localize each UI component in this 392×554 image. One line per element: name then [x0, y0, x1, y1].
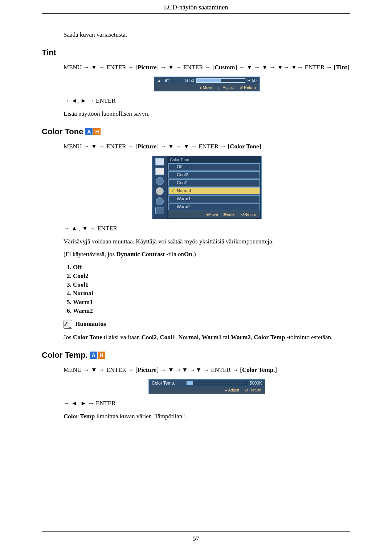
ctemp-path-mid: → ▼ →▼ →▼ → ENTER → — [159, 366, 240, 373]
sidebar-row-icon — [155, 208, 164, 214]
badge-a-icon: A — [85, 128, 93, 135]
tint-desc: Lisää näyttöön luonnollisen sävyn. — [64, 110, 350, 118]
ctemp-picture: Picture — [138, 366, 157, 373]
note-w1: Warm1 — [202, 334, 222, 341]
osd-temp-return: Return — [249, 388, 261, 392]
color-tone-list: Off Cool2 Cool1 Normal Warm1 Warm2 — [64, 263, 350, 315]
note-sep: , — [157, 334, 160, 341]
osd-tint-slider — [196, 78, 245, 83]
section-title-color-tone: Color Tone A H — [42, 127, 350, 136]
badge-h-icon: H — [93, 128, 101, 135]
note-post: -toiminto estetään. — [285, 334, 332, 341]
note-icon — [64, 320, 72, 329]
ctemp-after-enter: → ◄, ► → ENTER — [64, 399, 350, 408]
ctone-picture: Picture — [138, 143, 157, 150]
list-item: Warm1 — [73, 298, 350, 307]
osd-ctone-item: Warm2 — [168, 203, 260, 210]
osd-temp-label: Color Temp. — [152, 381, 175, 386]
sidebar-picture-icon — [155, 158, 164, 165]
sidebar-dot-icon — [156, 197, 164, 205]
ctemp-menu-path: MENU → ▼ → ENTER → [Picture] → ▼ →▼ →▼ →… — [64, 365, 350, 375]
osd-tint: Tint G 50 R 50 ♦Move ⊟Adjust ↺Return — [154, 77, 260, 91]
note-w2: Warm2 — [231, 334, 251, 341]
page-header: LCD-näytön säätäminen — [42, 4, 350, 13]
osd-ctone-enter: Enter — [226, 212, 236, 217]
list-item: Cool2 — [73, 272, 350, 280]
ctemp-desc: Color Temp ilmoittaa kuvan värien "lämpö… — [64, 412, 350, 421]
ctone-desc: Värisävyjä voidaan muuttaa. Käyttäjä voi… — [64, 237, 350, 246]
sidebar-dot-icon — [156, 177, 164, 185]
tint-up-icon — [157, 78, 161, 83]
ctemp-bracket: Color Temp. — [242, 366, 275, 373]
ctemp-desc-bold: Color Temp — [64, 413, 95, 420]
list-item: Warm2 — [73, 307, 350, 315]
ctemp-title-text: Color Temp. — [42, 350, 88, 360]
section-title-color-temp: Color Temp. A H — [42, 350, 350, 360]
tint-picture: Picture — [138, 64, 157, 71]
note-ct: Color Tone — [73, 334, 102, 341]
osd-ctone-item-label: Warm2 — [177, 204, 191, 209]
osd-temp-slider — [187, 381, 247, 385]
osd-color-temp: Color Temp. 5000K ♦Adjust ↺Return — [148, 379, 265, 394]
ctone-path-pre: MENU → ▼ → ENTER → — [64, 143, 135, 150]
ah-badge-icon: A H — [90, 352, 105, 359]
osd-tint-move: Move — [203, 85, 212, 90]
osd-ctone-item-active: ✓Normal — [168, 187, 260, 194]
ctone-path-mid: → ▼ → ▼ → ENTER → — [159, 143, 228, 150]
ctone-title-text: Color Tone — [42, 127, 83, 136]
tint-path-mid: → ▼ → ENTER → — [159, 64, 212, 71]
osd-ctone-item-label: Warm1 — [177, 196, 191, 201]
osd-ctone-item: Off — [168, 163, 260, 171]
tint-menu-path: MENU → ▼ → ENTER → [Picture] → ▼ → ENTER… — [64, 62, 350, 72]
note-sep: , — [175, 334, 179, 341]
intro-text: Säädä kuvan väriasetusta. — [64, 30, 350, 39]
note-label: Huomautus — [75, 320, 106, 327]
page-number: 57 — [0, 535, 392, 542]
note-or: tai — [222, 334, 231, 341]
osd-tint-footer: ♦Move ⊟Adjust ↺Return — [154, 84, 260, 91]
osd-temp-footer: ♦Adjust ↺Return — [149, 387, 265, 394]
ctone-dyn-post: .) — [192, 251, 196, 258]
ctone-tone: Color Tone — [230, 143, 259, 150]
tint-path-pre: MENU → ▼ → ENTER → — [64, 64, 135, 71]
osd-ctone-item-label: Cool1 — [177, 180, 188, 185]
sidebar-screen-icon — [155, 168, 164, 175]
note-body: Jos Color Tone tilaksi valitaan Cool2, C… — [64, 333, 350, 342]
osd-tint-label: Tint — [163, 78, 170, 83]
note-n: Normal — [179, 334, 199, 341]
osd-ctone-item-label: Normal — [177, 188, 191, 193]
osd-ctone-item-label: Off — [177, 164, 183, 169]
sidebar-dot-icon — [156, 187, 164, 195]
tint-after-enter: → ◄, ► → ENTER — [64, 97, 350, 105]
tint-tint: Tint — [336, 64, 347, 71]
osd-temp-value: 5000K — [249, 381, 262, 386]
section-title-tint: Tint — [42, 48, 350, 57]
tint-custom: Custom — [215, 64, 235, 71]
osd-tint-r: R 50 — [248, 78, 257, 83]
note-c2: Cool2 — [142, 334, 157, 341]
osd-tint-return: Return — [244, 85, 256, 90]
ctone-after-enter: → ▲ , ▼ → ENTER — [64, 224, 350, 233]
osd-ctone-item-label: Cool2 — [177, 172, 188, 177]
tint-title-text: Tint — [42, 48, 56, 57]
note-heading: Huomautus — [64, 320, 350, 329]
list-item: Cool1 — [73, 280, 350, 289]
ctemp-path-pre: MENU → ▼ → ENTER → — [64, 366, 135, 373]
osd-ctone-item: Cool2 — [168, 171, 260, 178]
note-temp: Color Temp — [254, 334, 285, 341]
list-item: Off — [73, 263, 350, 272]
note-sep: , — [199, 334, 202, 341]
ctone-menu-path: MENU → ▼ → ENTER → [Picture] → ▼ → ▼ → E… — [64, 141, 350, 151]
osd-ctone-move: Move — [208, 212, 218, 217]
osd-ctone-item: Cool1 — [168, 179, 260, 186]
badge-h-icon: H — [98, 352, 105, 359]
osd-tint-g: G 50 — [185, 78, 194, 83]
list-item: Normal — [73, 289, 350, 298]
note-mid1: tilaksi valitaan — [102, 334, 141, 341]
osd-tint-adjust: Adjust — [222, 85, 234, 90]
osd-ctone-title: Color Tone — [168, 157, 260, 163]
osd-ctone-sidebar — [152, 156, 167, 219]
note-c1: Cool1 — [160, 334, 176, 341]
osd-temp-adjust: Adjust — [228, 388, 239, 392]
osd-ctone-footer: ♦Move ⊟Enter ↺Return — [168, 211, 260, 218]
